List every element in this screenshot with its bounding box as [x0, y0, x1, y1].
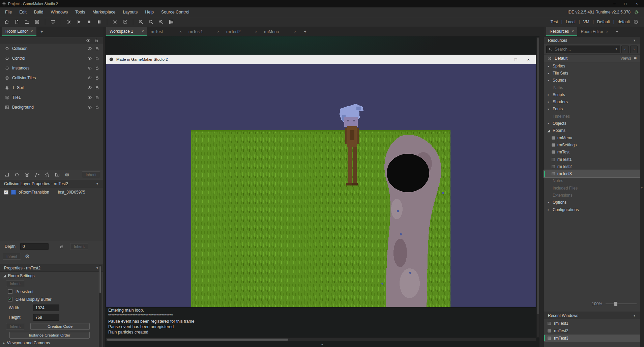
target-config[interactable]: default — [617, 20, 631, 24]
target-vm[interactable]: VM — [583, 20, 590, 24]
collision-layer-properties-header[interactable]: Collision Layer Properties - rmTest2 ▼ — [0, 180, 103, 187]
add-tab-button[interactable]: + — [614, 28, 620, 35]
expanded-arrow-icon[interactable]: ◢ — [547, 129, 551, 133]
tree-item-timelines[interactable]: Timelines — [544, 113, 640, 120]
tree-item-included-files[interactable]: Included Files — [544, 184, 640, 192]
depth-lock-icon[interactable] — [59, 244, 64, 249]
zoom-out-button[interactable] — [137, 18, 145, 26]
tree-item-rmtest1[interactable]: rmTest1 — [544, 156, 640, 163]
delete-layer-button[interactable]: ⊗ — [65, 172, 69, 177]
close-icon[interactable]: × — [142, 29, 144, 34]
close-icon[interactable]: × — [294, 29, 296, 34]
tree-item-shaders[interactable]: ▸Shaders — [544, 98, 640, 105]
tree-item-scripts[interactable]: ▸Scripts — [544, 91, 640, 98]
room-grid-button[interactable] — [167, 18, 175, 26]
tree-item-paths[interactable]: Paths — [544, 84, 640, 91]
visibility-off-icon[interactable] — [87, 46, 92, 51]
menu-tools[interactable]: Tools — [71, 7, 89, 17]
menu-marketplace[interactable]: Marketplace — [89, 7, 119, 17]
game-viewport[interactable] — [106, 64, 536, 307]
window-maximize-button[interactable]: □ — [624, 1, 627, 6]
collapsed-arrow-icon[interactable]: ▸ — [547, 79, 551, 82]
recent-item-rmtest2[interactable]: rmTest2 — [544, 327, 640, 335]
collapsed-arrow-icon[interactable]: ▸ — [547, 201, 551, 204]
lock-icon[interactable] — [95, 56, 99, 61]
tab-rmtest1[interactable]: rmTest1 × — [185, 27, 223, 36]
layer-row-collisiontiles[interactable]: CollisionTiles — [0, 73, 103, 83]
stop-button[interactable] — [85, 18, 93, 26]
zoom-slider-thumb[interactable] — [614, 302, 617, 306]
collapsed-arrow-icon[interactable]: ▸ — [547, 93, 551, 96]
properties-header[interactable]: Properties - rmTest2 ▼ — [0, 264, 103, 272]
add-path-layer-button[interactable] — [34, 172, 40, 177]
collapsed-arrow-icon[interactable]: ▸ — [547, 100, 551, 104]
lock-icon[interactable] — [95, 105, 99, 110]
lock-icon[interactable] — [95, 76, 99, 80]
zoom-in-button[interactable] — [157, 18, 165, 26]
lock-icon[interactable] — [95, 85, 99, 90]
add-tile-layer-button[interactable] — [24, 172, 30, 177]
settings-button[interactable] — [111, 18, 119, 26]
layer-row-tile1[interactable]: Tile1 — [0, 92, 103, 102]
overflow-chevron-icon[interactable]: » — [641, 185, 643, 190]
collapsed-panel-strip[interactable]: » — [640, 27, 644, 347]
save-project-button[interactable] — [33, 18, 41, 26]
tab-resources[interactable]: Resources × — [546, 27, 577, 36]
visibility-icon[interactable] — [87, 56, 92, 61]
close-icon[interactable]: × — [179, 29, 182, 34]
creation-code-button[interactable]: Creation Code — [30, 323, 90, 330]
layer-row-tsoil[interactable]: T_Soil — [0, 83, 103, 92]
tab-rmtest[interactable]: rmTest × — [147, 27, 185, 36]
creation-inherit-button[interactable]: Inherit — [6, 323, 24, 330]
tree-item-notes[interactable]: Notes — [544, 177, 640, 184]
hamburger-icon[interactable]: ≡ — [634, 56, 637, 61]
layer-inherit-button[interactable]: Inherit — [82, 171, 100, 178]
game-minimize-button[interactable]: – — [502, 57, 504, 62]
menu-build[interactable]: Build — [30, 7, 47, 17]
collapsed-arrow-icon[interactable]: ▸ — [547, 122, 551, 125]
tree-item-extensions[interactable]: Extensions — [544, 192, 640, 199]
vertical-scrollbar-thumb[interactable] — [537, 38, 539, 314]
instance-checkbox[interactable]: ✓ — [4, 190, 8, 195]
target-test[interactable]: Test — [550, 20, 559, 24]
visibility-icon[interactable] — [87, 66, 92, 70]
help-button[interactable] — [121, 18, 129, 26]
collapse-output-chevron[interactable]: ⌄ — [105, 341, 539, 346]
instance-row[interactable]: ✓ oRoomTransition inst_30D65975 — [0, 188, 103, 196]
height-input[interactable] — [33, 314, 59, 321]
add-background-layer-button[interactable] — [4, 172, 9, 177]
depth-inherit-button[interactable]: Inherit — [70, 243, 88, 250]
window-close-button[interactable]: × — [636, 1, 638, 6]
collapsed-arrow-icon[interactable]: ▸ — [547, 208, 551, 211]
run-button[interactable] — [75, 18, 83, 26]
nav-back-button[interactable]: ‹ — [621, 46, 629, 53]
game-close-button[interactable]: × — [527, 57, 530, 62]
open-project-button[interactable] — [23, 18, 31, 26]
lock-icon[interactable] — [95, 95, 99, 100]
room-settings-toggle[interactable]: ◢ Room Settings — [0, 272, 103, 280]
recent-windows-header[interactable]: Recent Windows ▼ — [544, 312, 640, 319]
recent-item-rmtest3[interactable]: rmTest3 — [544, 335, 640, 342]
game-window-titlebar[interactable]: Made in GameMaker Studio 2 – □ × — [106, 55, 536, 64]
search-filter-dropdown-icon[interactable]: ▼ — [615, 48, 618, 51]
menu-file[interactable]: File — [1, 7, 16, 17]
add-asset-layer-button[interactable] — [45, 172, 50, 177]
instance-color-swatch[interactable] — [11, 190, 16, 195]
search-input[interactable] — [555, 47, 613, 52]
layer-row-instances[interactable]: Instances — [0, 63, 103, 73]
persistent-row[interactable]: Persistent — [0, 288, 103, 295]
visibility-icon[interactable] — [87, 76, 92, 80]
collapsed-arrow-icon[interactable]: ▸ — [547, 71, 551, 75]
viewports-toggle[interactable]: ▸ Viewports and Cameras — [0, 340, 103, 346]
lock-icon[interactable] — [95, 66, 99, 70]
horizontal-scrollbar-thumb[interactable] — [107, 339, 288, 341]
tree-item-rooms[interactable]: ◢Rooms — [544, 127, 640, 134]
add-tab-button[interactable]: + — [38, 28, 45, 35]
tree-item-tilesets[interactable]: ▸Tile Sets — [544, 69, 640, 77]
tree-item-sprites[interactable]: ▸Sprites — [544, 62, 640, 69]
layer-row-control[interactable]: Control — [0, 53, 103, 63]
room-inherit-button[interactable]: Inherit — [6, 280, 24, 287]
close-icon[interactable]: × — [606, 29, 608, 34]
clear-display-buffer-checkbox[interactable]: ✓ — [8, 297, 12, 301]
tab-rmmenu[interactable]: rmMenu × — [261, 27, 300, 36]
